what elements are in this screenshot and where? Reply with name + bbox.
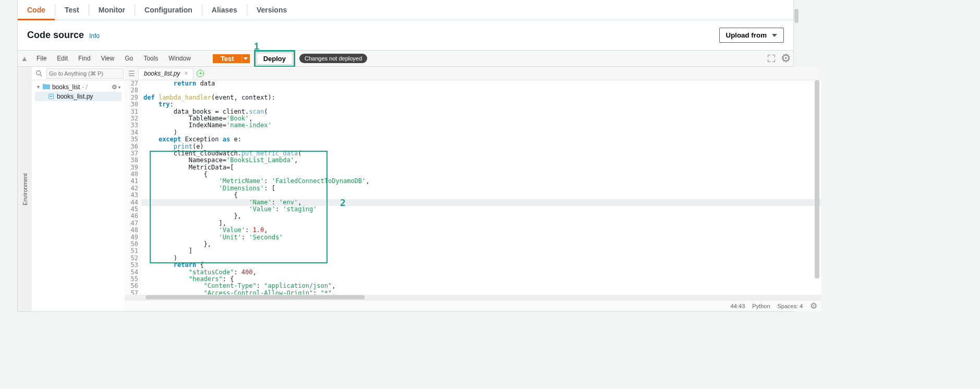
settings-gear-icon[interactable]: ⚙: [779, 51, 793, 66]
code-line[interactable]: 'MetricName': 'FailedConnectToDynamoDB',: [141, 178, 821, 185]
language-mode[interactable]: Python: [752, 303, 770, 309]
cursor-position: 44:43: [731, 303, 745, 309]
file-explorer-sidebar: ▼ books_list - / ⚙▾ ⬌ books_list.py: [32, 67, 125, 311]
deploy-status-badge: Changes not deployed: [299, 54, 367, 63]
folder-books-list[interactable]: ▼ books_list - / ⚙▾: [35, 82, 122, 92]
menu-view[interactable]: View: [95, 50, 119, 67]
code-line[interactable]: try:: [141, 101, 821, 108]
code-line[interactable]: {: [141, 192, 821, 199]
code-line[interactable]: except Exception as e:: [141, 136, 821, 143]
editor-horizontal-scrollbar[interactable]: [125, 295, 821, 300]
annotation-1: 1: [254, 41, 259, 52]
new-tab-icon[interactable]: +: [197, 70, 204, 77]
code-line[interactable]: 'Name': 'env',: [141, 199, 821, 206]
code-line[interactable]: "Content-Type": "application/json",: [141, 283, 821, 289]
statusbar-gear-icon[interactable]: ⚙: [810, 301, 817, 311]
search-icon[interactable]: [32, 70, 46, 77]
menu-tools[interactable]: Tools: [138, 50, 163, 67]
environment-rail-label: Environment: [22, 173, 28, 205]
upload-from-label: Upload from: [726, 31, 767, 39]
tab-versions[interactable]: Versions: [247, 0, 296, 20]
folder-icon: [43, 83, 50, 91]
editor-area: ☰ books_list.py × + 27282930313233343536…: [125, 67, 821, 311]
annotation-2: 2: [340, 199, 346, 206]
folder-settings-icon[interactable]: ⚙▾: [112, 83, 120, 91]
code-line[interactable]: 'Value': 'staging': [141, 206, 821, 213]
caret-down-icon: [244, 57, 248, 60]
tab-test[interactable]: Test: [55, 0, 89, 20]
editor-tabbar: ☰ books_list.py × +: [125, 67, 821, 80]
code-line[interactable]: },: [141, 241, 821, 248]
code-line[interactable]: 'Value': 1.0,: [141, 227, 821, 234]
code-line[interactable]: data_books = client.scan(: [141, 108, 821, 115]
page-scrollbar-thumb[interactable]: [794, 9, 798, 23]
menu-find[interactable]: Find: [73, 50, 95, 67]
page-title: Code source: [27, 30, 84, 41]
code-line[interactable]: "headers": {: [141, 276, 821, 283]
code-line[interactable]: "Access-Control-Allow-Origin": "*",: [141, 290, 821, 295]
test-dropdown-button[interactable]: [241, 54, 250, 63]
deploy-button[interactable]: Deploy: [257, 53, 293, 65]
line-number-gutter: 2728293031323334353637383940414243444546…: [125, 80, 141, 295]
editor-horizontal-scrollbar-thumb[interactable]: [146, 295, 365, 299]
code-line[interactable]: return {: [141, 262, 821, 269]
menu-edit[interactable]: Edit: [52, 50, 73, 67]
svg-line-1: [40, 74, 42, 76]
file-tree: ▼ books_list - / ⚙▾ ⬌ books_list.py: [32, 80, 125, 103]
test-button-group: Test: [213, 54, 250, 63]
menu-go[interactable]: Go: [119, 50, 138, 67]
code-line[interactable]: ): [141, 129, 821, 136]
code-line[interactable]: MetricData=[: [141, 164, 821, 171]
editor-tab-label: books_list.py: [144, 70, 180, 77]
collapse-arrow-icon[interactable]: ▲: [18, 51, 31, 66]
deploy-highlight-box: Deploy: [254, 50, 295, 67]
editor-scrollbar-thumb[interactable]: [815, 80, 819, 278]
test-button[interactable]: Test: [213, 54, 241, 63]
code-line[interactable]: 'Dimensions': [: [141, 185, 821, 192]
code-line[interactable]: client_cloudwatch.put_metric_data(: [141, 150, 821, 157]
code-line[interactable]: [141, 87, 821, 94]
tab-aliases[interactable]: Aliases: [202, 0, 247, 20]
go-to-anything-input[interactable]: [46, 68, 124, 79]
folder-name: books_list: [52, 83, 80, 91]
code-editor[interactable]: 2728293031323334353637383940414243444546…: [125, 80, 821, 295]
menu-window[interactable]: Window: [163, 50, 196, 67]
tab-monitor[interactable]: Monitor: [89, 0, 135, 20]
fullscreen-icon[interactable]: [764, 51, 779, 66]
code-line[interactable]: TableName='Book',: [141, 115, 821, 122]
code-content[interactable]: return datadef lambda_handler(event, con…: [141, 80, 821, 295]
code-line[interactable]: 'Unit': 'Seconds': [141, 234, 821, 241]
code-line[interactable]: ]: [141, 248, 821, 254]
code-line[interactable]: def lambda_handler(event, context):: [141, 94, 821, 101]
tab-code[interactable]: Code: [18, 0, 55, 20]
environment-rail[interactable]: Environment: [18, 67, 32, 311]
file-books-list-py[interactable]: ⬌ books_list.py: [35, 92, 122, 101]
code-line[interactable]: {: [141, 171, 821, 178]
code-line[interactable]: IndexName='name-index': [141, 122, 821, 129]
indentation-setting[interactable]: Spaces: 4: [778, 303, 803, 309]
svg-point-0: [37, 70, 41, 75]
info-link[interactable]: Info: [89, 32, 100, 40]
code-line[interactable]: },: [141, 213, 821, 220]
editor-statusbar: 44:43 Python Spaces: 4 ⚙: [125, 300, 821, 311]
code-line[interactable]: ],: [141, 220, 821, 227]
file-name: books_list.py: [57, 93, 93, 100]
ide-body: Environment ▼: [18, 67, 793, 311]
tree-caret-icon: ▼: [36, 84, 41, 90]
ide-toolbar: ▲ FileEditFindViewGoToolsWindow Test Dep…: [18, 50, 793, 67]
code-source-header: Code source Info Upload from: [18, 20, 793, 50]
menu-file[interactable]: File: [31, 50, 52, 67]
code-line[interactable]: "statusCode": 400,: [141, 269, 821, 276]
close-tab-icon[interactable]: ×: [184, 70, 188, 77]
upload-from-button[interactable]: Upload from: [719, 28, 784, 43]
editor-tab-books-list[interactable]: books_list.py ×: [138, 68, 193, 79]
code-panel: CodeTestMonitorConfigurationAliasesVersi…: [17, 0, 794, 312]
code-line[interactable]: print(e): [141, 143, 821, 150]
tab-list-icon[interactable]: ☰: [125, 69, 138, 78]
function-tabs: CodeTestMonitorConfigurationAliasesVersi…: [18, 0, 793, 20]
tab-configuration[interactable]: Configuration: [135, 0, 202, 20]
caret-down-icon: [772, 34, 777, 37]
code-line[interactable]: return data: [141, 80, 821, 87]
code-line[interactable]: Namespace='BooksList_Lambda',: [141, 157, 821, 164]
code-line[interactable]: ): [141, 255, 821, 262]
